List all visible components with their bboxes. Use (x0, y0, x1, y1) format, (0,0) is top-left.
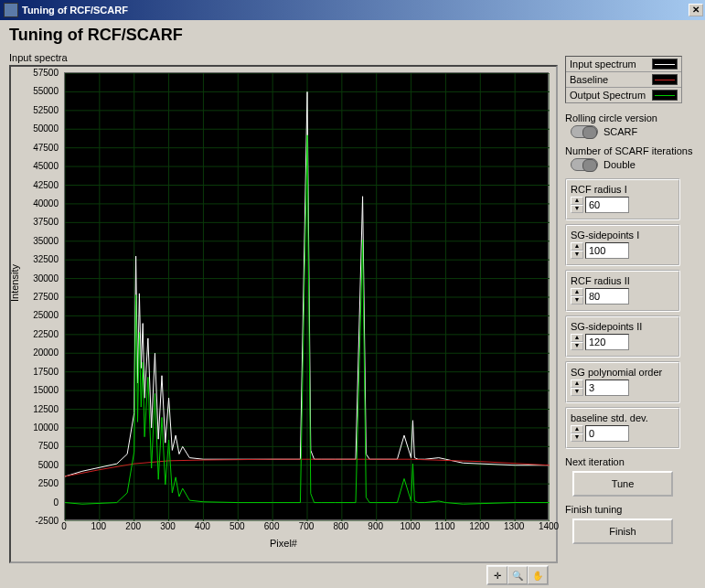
chart-svg (65, 73, 550, 521)
zoom-tool-icon[interactable]: 🔍 (507, 566, 528, 584)
plot-frame: -250002500500075001000012500150001750020… (9, 65, 558, 563)
bstd-down[interactable]: ▼ (571, 433, 583, 442)
iter-toggle[interactable] (571, 158, 598, 171)
rcf2-up[interactable]: ▲ (571, 288, 583, 296)
legend-item-input[interactable]: Input spectrum (566, 57, 681, 72)
rcv-value: SCARF (604, 126, 637, 137)
rcv-label: Rolling circle version (565, 112, 696, 123)
y-axis-label: Intensity (9, 264, 20, 302)
next-label: Next iteration (565, 456, 696, 467)
sg1-up[interactable]: ▲ (571, 242, 583, 251)
rcf1-down[interactable]: ▼ (571, 205, 583, 213)
rcf1-group: RCF radius I ▲▼ (565, 178, 680, 220)
crosshair-tool-icon[interactable]: ✛ (487, 566, 507, 584)
window-title: Tuning of RCF/SCARF (22, 5, 689, 16)
rcf1-input[interactable] (585, 197, 629, 213)
sg2-down[interactable]: ▼ (571, 342, 583, 350)
sg2-group: SG-sidepoints II ▲▼ (565, 315, 680, 358)
plot-label: Input spectra (9, 52, 558, 63)
finish-label: Finish tuning (565, 504, 696, 515)
finish-button[interactable]: Finish (572, 519, 673, 544)
bstd-input[interactable] (585, 425, 629, 442)
bstd-group: baseline std. dev. ▲▼ (565, 407, 680, 449)
rcf2-group: RCF radius II ▲▼ (565, 270, 680, 312)
app-icon (4, 3, 18, 17)
rcf2-down[interactable]: ▼ (571, 296, 583, 305)
tune-button[interactable]: Tune (572, 471, 673, 497)
sg1-down[interactable]: ▼ (571, 251, 583, 259)
legend-item-baseline[interactable]: Baseline (566, 72, 681, 88)
bstd-up[interactable]: ▲ (571, 425, 583, 433)
sg2-input[interactable] (585, 334, 629, 350)
legend-item-output[interactable]: Output Spectrum (566, 88, 681, 102)
close-button[interactable]: ✕ (689, 4, 703, 16)
rcf1-up[interactable]: ▲ (571, 197, 583, 205)
sgord-input[interactable] (585, 380, 629, 396)
sgord-group: SG polynomial order ▲▼ (565, 361, 680, 403)
window-titlebar: Tuning of RCF/SCARF ✕ (0, 0, 705, 20)
rcf2-input[interactable] (585, 288, 629, 305)
sgord-down[interactable]: ▼ (571, 388, 583, 396)
sg1-group: SG-sidepoints I ▲▼ (565, 224, 680, 266)
x-axis-label: Pixel# (270, 538, 297, 549)
rcv-toggle[interactable] (571, 125, 598, 138)
sg2-up[interactable]: ▲ (571, 334, 583, 342)
legend: Input spectrum Baseline Output Spectrum (565, 56, 682, 103)
page-title: Tuning of RCF/SCARF (9, 26, 696, 45)
plot-area[interactable] (64, 72, 549, 520)
iter-label: Number of SCARF iterations (565, 145, 696, 156)
window-body: Tuning of RCF/SCARF Input spectra -25000… (0, 20, 705, 588)
sgord-up[interactable]: ▲ (571, 380, 583, 388)
graph-palette: ✛ 🔍 ✋ (486, 565, 549, 585)
x-axis-ticks: 0100200300400500600700800900100011001200… (64, 521, 549, 534)
iter-value: Double (604, 159, 636, 170)
pan-tool-icon[interactable]: ✋ (528, 566, 548, 584)
sg1-input[interactable] (585, 242, 629, 259)
